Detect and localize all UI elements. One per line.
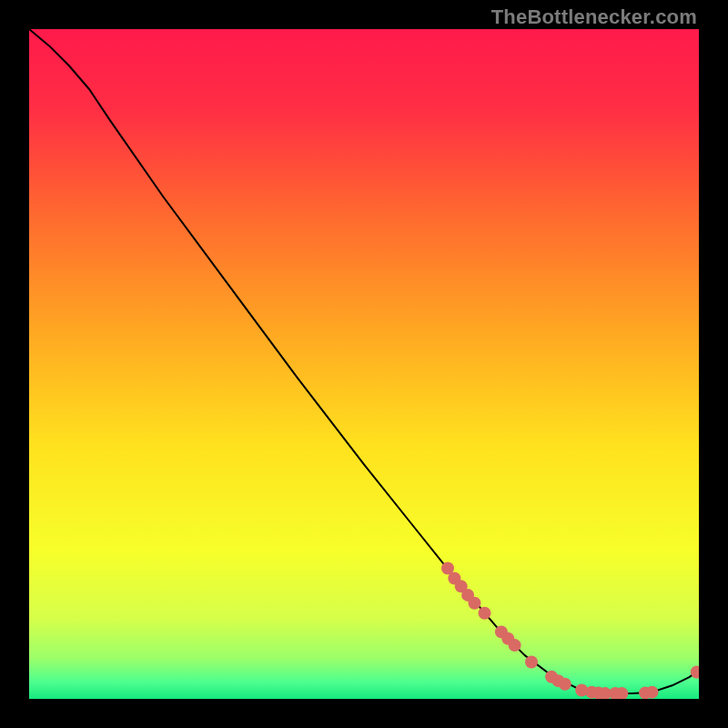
data-marker — [509, 639, 521, 652]
data-marker — [559, 678, 571, 691]
data-marker — [525, 656, 538, 669]
data-marker — [478, 607, 490, 620]
data-marker — [645, 686, 658, 699]
watermark-text: TheBottlenecker.com — [491, 5, 697, 29]
chart-container: TheBottlenecker.com — [0, 0, 728, 728]
data-marker — [468, 597, 480, 610]
chart-svg — [29, 29, 699, 699]
gradient-background — [29, 29, 699, 699]
plot-area — [29, 29, 699, 699]
